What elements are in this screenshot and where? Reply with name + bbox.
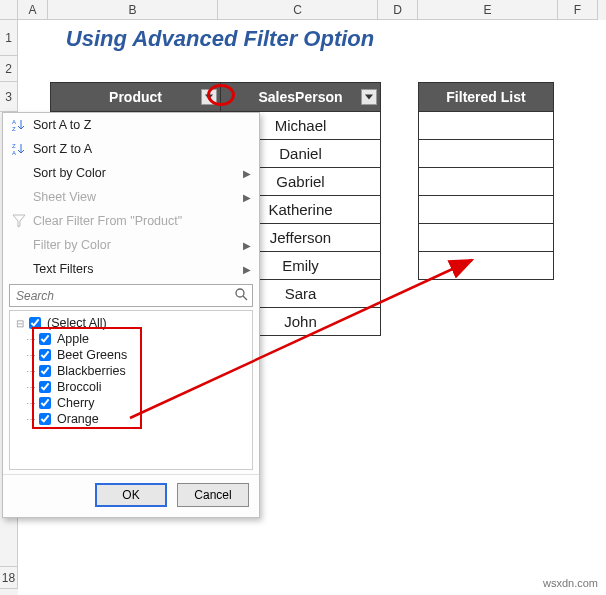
checkbox-select-all[interactable] xyxy=(29,317,41,329)
checkbox-item[interactable] xyxy=(39,333,51,345)
tree-item[interactable]: ⋯Blackberries xyxy=(16,363,246,379)
tree-item-label: Beet Greens xyxy=(57,348,127,362)
svg-text:A: A xyxy=(12,150,16,156)
filter-menu: AZ Sort A to Z ZA Sort Z to A Sort by Co… xyxy=(2,112,260,518)
checkbox-item[interactable] xyxy=(39,349,51,361)
chevron-right-icon: ▶ xyxy=(243,168,251,179)
tree-item-label: Cherry xyxy=(57,396,95,410)
sort-az-icon: AZ xyxy=(9,118,29,132)
tree-select-all[interactable]: ⊟ (Select All) xyxy=(16,315,246,331)
filtered-cell[interactable] xyxy=(419,224,554,252)
filtered-cell[interactable] xyxy=(419,196,554,224)
sort-za-label: Sort Z to A xyxy=(33,142,92,156)
chevron-right-icon: ▶ xyxy=(243,192,251,203)
header-product: Product xyxy=(51,83,221,112)
column-headers: A B C D E F xyxy=(18,0,606,20)
col-A[interactable]: A xyxy=(18,0,48,20)
row-1[interactable]: 1 xyxy=(0,20,18,56)
svg-point-4 xyxy=(236,289,244,297)
sort-by-color-label: Sort by Color xyxy=(33,166,106,180)
tree-item-label: Broccoli xyxy=(57,380,101,394)
col-B[interactable]: B xyxy=(48,0,218,20)
clear-filter: Clear Filter From "Product" xyxy=(3,209,259,233)
filter-dropdown-product[interactable] xyxy=(201,89,217,105)
chevron-right-icon: ▶ xyxy=(243,240,251,251)
row-18[interactable]: 18 xyxy=(0,567,18,589)
sort-az-label: Sort A to Z xyxy=(33,118,91,132)
col-F[interactable]: F xyxy=(558,0,598,20)
svg-line-5 xyxy=(243,296,247,300)
chevron-right-icon: ▶ xyxy=(243,264,251,275)
filtered-list-table: Filtered List xyxy=(418,82,554,280)
filtered-cell[interactable] xyxy=(419,168,554,196)
row-2[interactable]: 2 xyxy=(0,56,18,82)
col-E[interactable]: E xyxy=(418,0,558,20)
tree-item[interactable]: ⋯Cherry xyxy=(16,395,246,411)
filter-by-color: Filter by Color ▶ xyxy=(3,233,259,257)
filtered-cell[interactable] xyxy=(419,112,554,140)
sort-by-color[interactable]: Sort by Color ▶ xyxy=(3,161,259,185)
row-3[interactable]: 3 xyxy=(0,82,18,112)
filter-search xyxy=(9,284,253,307)
funnel-clear-icon xyxy=(9,214,29,228)
select-all-label: (Select All) xyxy=(47,316,107,330)
tree-item-label: Blackberries xyxy=(57,364,126,378)
menu-button-row: OK Cancel xyxy=(3,474,259,517)
search-icon[interactable] xyxy=(234,287,248,304)
filtered-cell[interactable] xyxy=(419,252,554,280)
tree-item-label: Orange xyxy=(57,412,99,426)
header-salesperson: SalesPerson xyxy=(221,83,381,112)
checkbox-item[interactable] xyxy=(39,397,51,409)
clear-filter-label: Clear Filter From "Product" xyxy=(33,214,182,228)
checkbox-item[interactable] xyxy=(39,365,51,377)
ok-button[interactable]: OK xyxy=(95,483,167,507)
text-filters-label: Text Filters xyxy=(33,262,93,276)
checkbox-item[interactable] xyxy=(39,381,51,393)
col-C[interactable]: C xyxy=(218,0,378,20)
svg-text:Z: Z xyxy=(12,143,16,149)
header-filtered-list: Filtered List xyxy=(419,83,554,112)
sheet-view-label: Sheet View xyxy=(33,190,96,204)
cancel-button[interactable]: Cancel xyxy=(177,483,249,507)
tree-item[interactable]: ⋯Beet Greens xyxy=(16,347,246,363)
page-title: Using Advanced Filter Option xyxy=(50,26,390,52)
svg-text:A: A xyxy=(12,119,16,125)
sort-za[interactable]: ZA Sort Z to A xyxy=(3,137,259,161)
filter-dropdown-salesperson[interactable] xyxy=(361,89,377,105)
filtered-cell[interactable] xyxy=(419,140,554,168)
text-filters[interactable]: Text Filters ▶ xyxy=(3,257,259,281)
search-input[interactable] xyxy=(14,288,234,304)
header-salesperson-label: SalesPerson xyxy=(258,89,342,105)
sort-az[interactable]: AZ Sort A to Z xyxy=(3,113,259,137)
watermark: wsxdn.com xyxy=(543,577,598,589)
tree-item[interactable]: ⋯Apple xyxy=(16,331,246,347)
col-D[interactable]: D xyxy=(378,0,418,20)
sort-za-icon: ZA xyxy=(9,142,29,156)
tree-item[interactable]: ⋯Broccoli xyxy=(16,379,246,395)
filter-item-tree: ⊟ (Select All) ⋯Apple⋯Beet Greens⋯Blackb… xyxy=(9,310,253,470)
svg-text:Z: Z xyxy=(12,126,16,132)
header-product-label: Product xyxy=(109,89,162,105)
sheet-view: Sheet View ▶ xyxy=(3,185,259,209)
tree-item[interactable]: ⋯Orange xyxy=(16,411,246,427)
checkbox-item[interactable] xyxy=(39,413,51,425)
filter-by-color-label: Filter by Color xyxy=(33,238,111,252)
tree-item-label: Apple xyxy=(57,332,89,346)
